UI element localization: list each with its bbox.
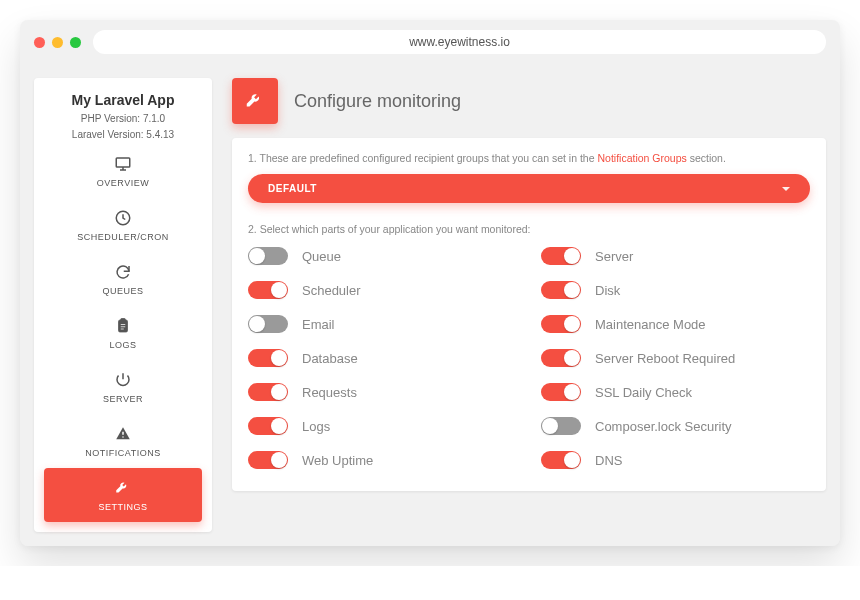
window-controls [34,37,81,48]
svg-rect-5 [121,319,126,322]
notification-groups-link[interactable]: Notification Groups [597,152,686,164]
step2-text: 2. Select which parts of your applicatio… [248,223,810,235]
toggle-label: Maintenance Mode [595,317,706,332]
toggle-knob [249,248,265,264]
url-bar[interactable]: www.eyewitness.io [93,30,826,54]
toggle-knob [564,384,580,400]
toggle-queue: Queue [248,247,517,265]
maximize-window-icon[interactable] [70,37,81,48]
sidebar-item-label: SERVER [103,394,143,404]
toggle-label: Web Uptime [302,453,373,468]
sidebar: My Laravel App PHP Version: 7.1.0 Larave… [34,78,212,532]
toggle-grid: QueueServerSchedulerDiskEmailMaintenance… [248,247,810,469]
toggle-switch[interactable] [248,383,288,401]
minimize-window-icon[interactable] [52,37,63,48]
toggle-switch[interactable] [248,315,288,333]
settings-panel: 1. These are predefined configured recip… [232,138,826,491]
toggle-switch[interactable] [248,451,288,469]
sidebar-item-label: OVERVIEW [97,178,149,188]
wrench-icon [232,78,278,124]
toggle-database: Database [248,349,517,367]
dropdown-value: DEFAULT [268,183,317,194]
main-content: Configure monitoring 1. These are predef… [232,78,826,532]
sidebar-item-label: SETTINGS [98,502,147,512]
toggle-switch[interactable] [541,451,581,469]
sidebar-item-scheduler[interactable]: SCHEDULER/CRON [44,198,202,252]
toggle-switch[interactable] [541,417,581,435]
page-title: Configure monitoring [294,91,461,112]
toggle-switch[interactable] [541,383,581,401]
wrench-icon [113,478,133,498]
toggle-label: Server Reboot Required [595,351,735,366]
toggle-switch[interactable] [541,349,581,367]
toggle-ssl-daily-check: SSL Daily Check [541,383,810,401]
page-header: Configure monitoring [232,78,826,124]
toggle-knob [271,384,287,400]
sidebar-item-overview[interactable]: OVERVIEW [44,144,202,198]
power-icon [113,370,133,390]
toggle-label: Queue [302,249,341,264]
nav-list: OVERVIEW SCHEDULER/CRON QUEUES [44,144,202,522]
toggle-label: Composer.lock Security [595,419,732,434]
clipboard-icon [113,316,133,336]
sidebar-item-label: SCHEDULER/CRON [77,232,169,242]
sidebar-item-settings[interactable]: SETTINGS [44,468,202,522]
toggle-web-uptime: Web Uptime [248,451,517,469]
clock-icon [113,208,133,228]
toggle-dns: DNS [541,451,810,469]
toggle-label: Database [302,351,358,366]
toggle-label: Disk [595,283,620,298]
monitor-icon [113,154,133,174]
toggle-knob [542,418,558,434]
toggle-switch[interactable] [541,247,581,265]
browser-chrome: www.eyewitness.io [20,20,840,64]
sidebar-item-logs[interactable]: LOGS [44,306,202,360]
alert-icon [113,424,133,444]
toggle-disk: Disk [541,281,810,299]
recipient-group-dropdown[interactable]: DEFAULT [248,174,810,203]
toggle-server-reboot-required: Server Reboot Required [541,349,810,367]
toggle-switch[interactable] [248,417,288,435]
toggle-label: SSL Daily Check [595,385,692,400]
toggle-email: Email [248,315,517,333]
toggle-knob [564,350,580,366]
toggle-label: DNS [595,453,622,468]
toggle-label: Scheduler [302,283,361,298]
toggle-knob [271,418,287,434]
chevron-down-icon [782,187,790,191]
toggle-maintenance-mode: Maintenance Mode [541,315,810,333]
svg-point-11 [122,436,124,438]
laravel-version: Laravel Version: 5.4.13 [44,129,202,140]
close-window-icon[interactable] [34,37,45,48]
app-info-card: My Laravel App PHP Version: 7.1.0 Larave… [34,78,212,532]
toggle-switch[interactable] [248,281,288,299]
toggle-knob [564,452,580,468]
step1-suffix: section. [687,152,726,164]
app-name: My Laravel App [44,92,202,108]
toggle-switch[interactable] [541,315,581,333]
toggle-label: Logs [302,419,330,434]
sidebar-item-label: QUEUES [102,286,143,296]
toggle-logs: Logs [248,417,517,435]
toggle-requests: Requests [248,383,517,401]
toggle-knob [564,282,580,298]
toggle-label: Server [595,249,633,264]
toggle-scheduler: Scheduler [248,281,517,299]
toggle-knob [271,350,287,366]
toggle-knob [271,452,287,468]
step1-prefix: 1. These are predefined configured recip… [248,152,597,164]
toggle-switch[interactable] [248,349,288,367]
toggle-label: Requests [302,385,357,400]
php-version: PHP Version: 7.1.0 [44,113,202,124]
sidebar-item-queues[interactable]: QUEUES [44,252,202,306]
toggle-server: Server [541,247,810,265]
sidebar-item-server[interactable]: SERVER [44,360,202,414]
toggle-label: Email [302,317,335,332]
sidebar-item-notifications[interactable]: NOTIFICATIONS [44,414,202,468]
toggle-knob [271,282,287,298]
toggle-switch[interactable] [248,247,288,265]
sidebar-item-label: LOGS [109,340,136,350]
toggle-switch[interactable] [541,281,581,299]
svg-rect-0 [116,158,130,167]
toggle-composer-lock-security: Composer.lock Security [541,417,810,435]
